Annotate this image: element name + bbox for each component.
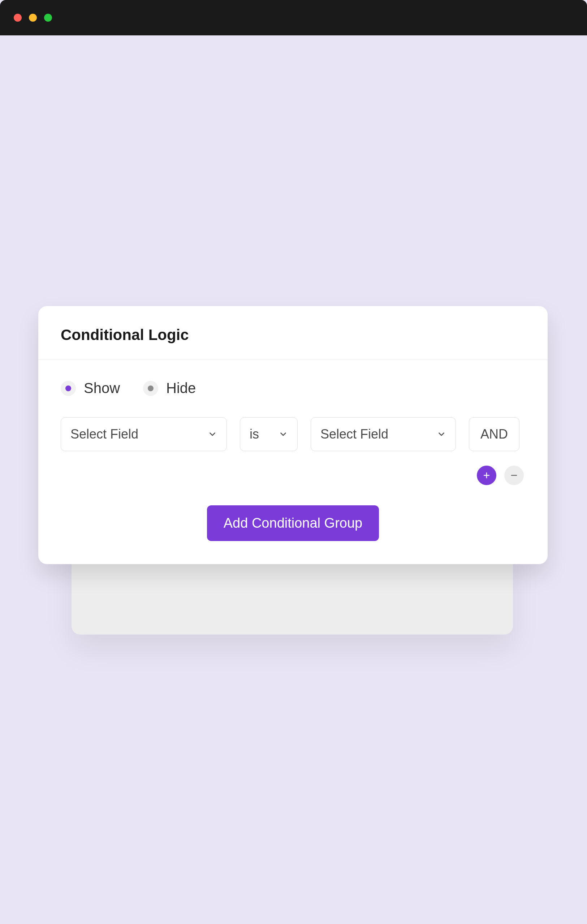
radio-show[interactable]: Show (61, 380, 120, 396)
logic-connector[interactable]: AND (469, 417, 519, 451)
card-title: Conditional Logic (61, 326, 525, 343)
app-window: Conditional Logic Show Hide (0, 0, 587, 924)
radio-dot-icon (65, 386, 71, 391)
field-select-value: Select Field (70, 427, 138, 442)
radio-hide[interactable]: Hide (143, 380, 196, 396)
rule-actions (61, 465, 525, 485)
field-select[interactable]: Select Field (61, 417, 227, 451)
plus-icon (482, 471, 491, 480)
minus-icon (510, 471, 518, 480)
window-minimize-icon[interactable] (29, 14, 37, 21)
radio-hide-label: Hide (166, 380, 196, 396)
chevron-down-icon (208, 429, 217, 439)
content-area: Conditional Logic Show Hide (0, 35, 587, 924)
condition-rule-row: Select Field is Select Field AND (61, 417, 525, 451)
operator-select[interactable]: is (240, 417, 298, 451)
add-rule-button[interactable] (477, 465, 496, 485)
add-conditional-group-button[interactable]: Add Conditional Group (207, 505, 379, 541)
value-select-value: Select Field (321, 427, 388, 442)
conditional-logic-card: Conditional Logic Show Hide (38, 306, 547, 564)
card-body: Show Hide Select Field is (38, 360, 547, 564)
titlebar (0, 0, 587, 35)
radio-dot-icon (148, 386, 154, 391)
radio-button-icon (143, 381, 158, 396)
remove-rule-button[interactable] (504, 465, 524, 485)
card-header: Conditional Logic (38, 306, 547, 360)
window-maximize-icon[interactable] (44, 14, 52, 21)
radio-button-icon (61, 381, 76, 396)
chevron-down-icon (278, 429, 288, 439)
operator-select-value: is (250, 427, 259, 442)
value-select[interactable]: Select Field (311, 417, 456, 451)
window-close-icon[interactable] (14, 14, 21, 21)
radio-show-label: Show (84, 380, 120, 396)
visibility-radio-group: Show Hide (61, 380, 525, 396)
add-group-row: Add Conditional Group (61, 505, 525, 541)
logic-connector-label: AND (480, 427, 508, 442)
chevron-down-icon (437, 429, 446, 439)
